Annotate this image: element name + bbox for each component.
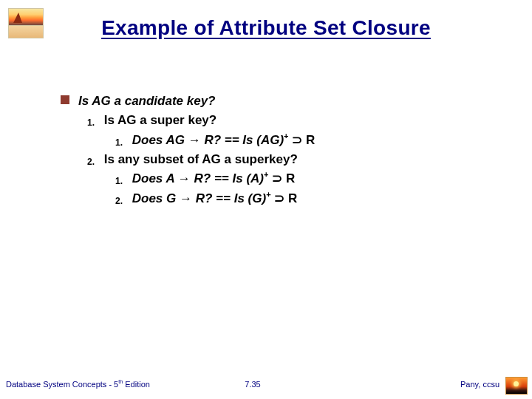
arrow-icon: →: [180, 191, 192, 205]
sub-1-1-tail: ⊃ R: [292, 133, 315, 147]
footer-left-b: Edition: [123, 380, 150, 389]
slide: Example of Attribute Set Closure Is AG a…: [0, 0, 532, 399]
slide-title: Example of Attribute Set Closure: [0, 16, 532, 40]
sub-2-2-sup: +: [266, 190, 270, 199]
bullet-main: Is AG a candidate key?: [61, 92, 502, 111]
slide-body: Is AG a candidate key? 1. Is AG a super …: [61, 92, 502, 208]
footer-right: Pany, ccsu: [335, 380, 526, 389]
footer: Database System Concepts - 5th Edition 7…: [6, 371, 526, 389]
sub-1-1-num: 1.: [115, 137, 123, 148]
arrow-icon: →: [188, 133, 201, 147]
arrow-icon: →: [178, 171, 191, 185]
bullet-icon: [61, 95, 69, 104]
main-question-text: Is AG a candidate key?: [78, 94, 216, 108]
sub-2-1-mid: R? == Is (A): [194, 171, 264, 185]
sub-1-1-lead: Does AG: [132, 133, 188, 147]
sub-1-1: 1. Does AG → R? == Is (AG)+ ⊃ R: [61, 131, 502, 150]
sub-1-text: Is AG a super key?: [104, 113, 216, 127]
footer-left-a: Database System Concepts - 5: [6, 380, 118, 389]
sub-2-1-tail: ⊃ R: [272, 171, 295, 185]
sub-2-1: 1. Does A → R? == Is (A)+ ⊃ R: [61, 169, 502, 188]
sub-2: 2. Is any subset of AG a superkey?: [61, 150, 502, 169]
sub-2-1-num: 1.: [115, 176, 123, 186]
sub-1-num: 1.: [87, 117, 95, 128]
sub-2-num: 2.: [87, 157, 95, 167]
sub-2-2-num: 2.: [115, 196, 123, 206]
sub-2-text: Is any subset of AG a superkey?: [104, 152, 298, 166]
sub-2-1-sup: +: [264, 171, 268, 180]
sub-2-2-tail: ⊃ R: [274, 191, 297, 205]
sub-2-2-mid: R? == Is (G): [196, 191, 266, 205]
sub-1-1-mid: R? == Is (AG): [204, 133, 284, 147]
main-question: Is AG a candidate key?: [78, 92, 216, 111]
sub-2-1-lead: Does A: [132, 171, 178, 185]
footer-sunset-image: [505, 377, 528, 395]
sub-2-2-lead: Does G: [132, 191, 180, 205]
sub-1-1-sup: +: [284, 132, 288, 140]
footer-left: Database System Concepts - 5th Edition: [6, 380, 171, 389]
footer-center: 7.35: [171, 380, 335, 389]
sub-1: 1. Is AG a super key?: [61, 111, 502, 130]
sub-2-2: 2. Does G → R? == Is (G)+ ⊃ R: [61, 189, 502, 208]
